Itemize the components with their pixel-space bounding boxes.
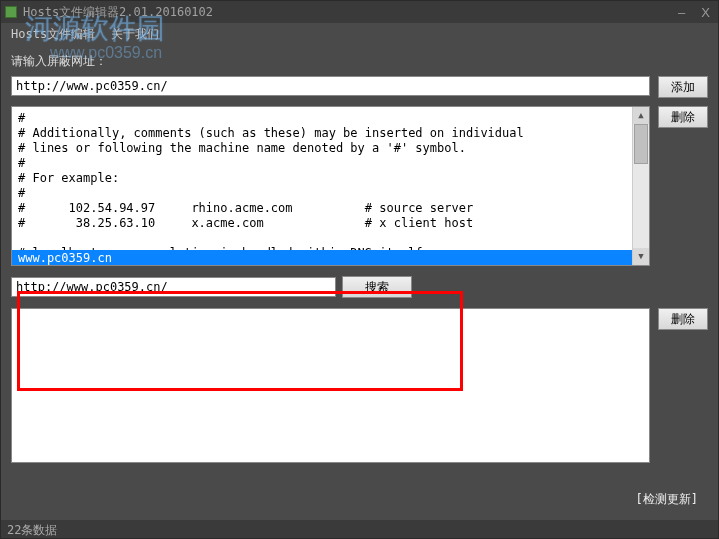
search-input[interactable] (11, 277, 336, 297)
search-row: 搜索 (11, 276, 708, 298)
close-button[interactable]: X (697, 5, 714, 20)
add-button[interactable]: 添加 (658, 76, 708, 98)
hosts-section: www.pc0359.cn ▲ ▼ 删除 (11, 106, 708, 266)
footer: [检测更新] (11, 487, 708, 512)
url-row: 添加 (11, 76, 708, 98)
search-button[interactable]: 搜索 (342, 276, 412, 298)
url-input-label: 请输入屏蔽网址： (11, 53, 708, 70)
content-area: 请输入屏蔽网址： 添加 www.pc0359.cn ▲ ▼ 删除 搜索 (1, 45, 718, 520)
window-controls: – X (674, 5, 714, 20)
titlebar[interactable]: Hosts文件编辑器2.01.20160102 – X (1, 1, 718, 23)
app-icon (5, 6, 17, 18)
scroll-up-icon[interactable]: ▲ (633, 107, 649, 124)
hosts-textarea-container: www.pc0359.cn ▲ ▼ (11, 106, 650, 266)
main-window: Hosts文件编辑器2.01.20160102 – X Hosts文件编辑 关于… (0, 0, 719, 539)
selected-host-row[interactable]: www.pc0359.cn (12, 250, 632, 265)
statusbar: 22条数据 (1, 520, 718, 538)
delete-button[interactable]: 删除 (658, 106, 708, 128)
result-listbox[interactable] (11, 308, 650, 463)
hosts-textarea[interactable] (12, 107, 649, 265)
menubar: Hosts文件编辑 关于我们 (1, 23, 718, 45)
check-update-link[interactable]: [检测更新] (636, 491, 698, 508)
status-text: 22条数据 (7, 523, 57, 537)
menu-hosts-edit[interactable]: Hosts文件编辑 (3, 23, 103, 46)
result-section: 删除 (11, 308, 708, 483)
menu-about[interactable]: 关于我们 (103, 23, 167, 46)
delete-result-button[interactable]: 删除 (658, 308, 708, 330)
scroll-thumb[interactable] (634, 124, 648, 164)
scrollbar[interactable]: ▲ ▼ (632, 107, 649, 265)
minimize-button[interactable]: – (674, 5, 689, 20)
url-input[interactable] (11, 76, 650, 96)
window-title: Hosts文件编辑器2.01.20160102 (23, 4, 674, 21)
scroll-down-icon[interactable]: ▼ (633, 248, 649, 265)
